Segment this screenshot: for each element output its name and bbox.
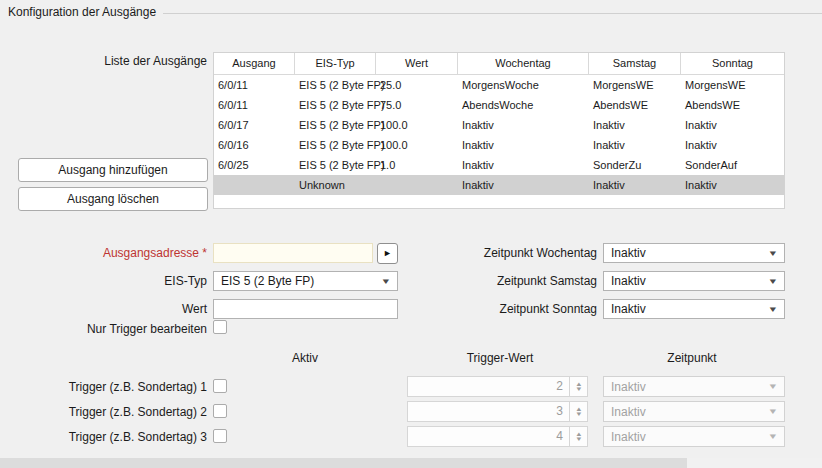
trigger-2-label: Trigger (z.B. Sondertag) 2 — [0, 405, 207, 419]
cell-wert: 25.0 — [376, 75, 458, 95]
output-address-input[interactable] — [213, 243, 373, 263]
cell-wochentag: Inaktiv — [458, 135, 589, 155]
cell-ausgang: 6/0/17 — [214, 115, 295, 135]
trigger-2-zeitpunkt-select: Inaktiv ▼ — [603, 401, 785, 422]
cell-ausgang: 6/0/16 — [214, 135, 295, 155]
trigger-3-label: Trigger (z.B. Sondertag) 3 — [0, 430, 207, 444]
trigger-1-wert-value: 2 — [408, 377, 569, 396]
eis-typ-value: EIS 5 (2 Byte FP) — [221, 274, 314, 288]
zeitpunkt-sonntag-label: Zeitpunkt Sonntag — [380, 302, 597, 316]
trigger-1-wert-spinner[interactable]: 2 ▲▼ — [407, 376, 588, 397]
cell-sonntag: SonderAuf — [681, 155, 784, 175]
trigger-3-checkbox[interactable] — [213, 429, 227, 443]
eis-typ-select[interactable]: EIS 5 (2 Byte FP) ▼ — [213, 271, 398, 291]
cell-wert: 75.0 — [376, 95, 458, 115]
chevron-down-icon: ▼ — [768, 277, 779, 286]
group-title: Konfiguration der Ausgänge — [8, 5, 156, 19]
scrollbar-thumb[interactable] — [0, 458, 687, 468]
spinner-updown-icon[interactable]: ▲▼ — [569, 377, 587, 396]
cell-samstag: Inaktiv — [589, 115, 681, 135]
trigger-1-zeitpunkt-select: Inaktiv ▼ — [603, 376, 785, 397]
cell-samstag: SonderZu — [589, 155, 681, 175]
cell-ausgang: 6/0/25 — [214, 155, 295, 175]
zeitpunkt-samstag-label: Zeitpunkt Samstag — [380, 274, 597, 288]
column-header-sonntag[interactable]: Sonntag — [681, 53, 784, 74]
cell-wochentag: MorgensWoche — [458, 75, 589, 95]
cell-ausgang: 6/0/11 — [214, 75, 295, 95]
cell-sonntag: AbendsWE — [681, 95, 784, 115]
trigger-1-zeitpunkt-value: Inaktiv — [611, 380, 646, 394]
cell-sonntag: Inaktiv — [681, 175, 784, 195]
trigger-2-zeitpunkt-value: Inaktiv — [611, 405, 646, 419]
cell-eis-typ: Unknown — [295, 175, 376, 195]
column-header-ausgang[interactable]: Ausgang — [214, 53, 295, 74]
nur-trigger-checkbox[interactable] — [213, 320, 227, 334]
trigger-3-wert-value: 4 — [408, 427, 569, 446]
cell-samstag: MorgensWE — [589, 75, 681, 95]
table-row[interactable]: 6/0/11 EIS 5 (2 Byte FP) 75.0 AbendsWoch… — [214, 95, 784, 115]
cell-eis-typ: EIS 5 (2 Byte FP) — [295, 115, 376, 135]
delete-output-button[interactable]: Ausgang löschen — [18, 187, 208, 211]
cell-sonntag: Inaktiv — [681, 115, 784, 135]
cell-wert: 100.0 — [376, 135, 458, 155]
cell-samstag: Inaktiv — [589, 175, 681, 195]
trigger-header-trigger-wert: Trigger-Wert — [450, 351, 550, 365]
zeitpunkt-sonntag-value: Inaktiv — [611, 302, 646, 316]
cell-wert: 1.0 — [376, 155, 458, 175]
column-header-wochentag[interactable]: Wochentag — [458, 53, 589, 74]
cell-wochentag: Inaktiv — [458, 175, 589, 195]
chevron-down-icon: ▼ — [768, 305, 779, 314]
zeitpunkt-wochentag-label: Zeitpunkt Wochentag — [380, 246, 597, 260]
column-header-wert[interactable]: Wert — [376, 53, 458, 74]
output-table-header: Ausgang EIS-Typ Wert Wochentag Samstag S… — [214, 53, 784, 75]
nur-trigger-label: Nur Trigger bearbeiten — [0, 322, 207, 336]
add-output-button[interactable]: Ausgang hinzufügen — [18, 158, 208, 182]
spinner-updown-icon[interactable]: ▲▼ — [569, 402, 587, 421]
cell-sonntag: MorgensWE — [681, 75, 784, 95]
output-table: Ausgang EIS-Typ Wert Wochentag Samstag S… — [213, 52, 785, 209]
table-row-selected[interactable]: Unknown Inaktiv Inaktiv Inaktiv — [214, 175, 784, 195]
cell-wochentag: AbendsWoche — [458, 95, 589, 115]
wert-input[interactable] — [213, 299, 398, 319]
zeitpunkt-wochentag-value: Inaktiv — [611, 246, 646, 260]
zeitpunkt-samstag-value: Inaktiv — [611, 274, 646, 288]
column-header-eis-typ[interactable]: EIS-Typ — [295, 53, 376, 74]
zeitpunkt-samstag-select[interactable]: Inaktiv ▼ — [603, 271, 785, 291]
column-header-samstag[interactable]: Samstag — [589, 53, 681, 74]
cell-wochentag: Inaktiv — [458, 115, 589, 135]
trigger-3-zeitpunkt-value: Inaktiv — [611, 430, 646, 444]
cell-wochentag: Inaktiv — [458, 155, 589, 175]
eis-typ-label: EIS-Typ — [0, 274, 207, 288]
configuration-panel: Konfiguration der Ausgänge Liste der Aus… — [0, 0, 822, 468]
horizontal-scrollbar[interactable] — [0, 458, 822, 468]
zeitpunkt-sonntag-select[interactable]: Inaktiv ▼ — [603, 299, 785, 319]
trigger-2-checkbox[interactable] — [213, 404, 227, 418]
chevron-down-icon: ▼ — [768, 249, 779, 258]
spinner-updown-icon[interactable]: ▲▼ — [569, 427, 587, 446]
cell-eis-typ: EIS 5 (2 Byte FP) — [295, 95, 376, 115]
cell-wert: 100.0 — [376, 115, 458, 135]
trigger-2-wert-spinner[interactable]: 3 ▲▼ — [407, 401, 588, 422]
cell-ausgang — [214, 175, 295, 195]
trigger-header-zeitpunkt: Zeitpunkt — [642, 351, 742, 365]
trigger-3-wert-spinner[interactable]: 4 ▲▼ — [407, 426, 588, 447]
wert-label: Wert — [0, 302, 207, 316]
trigger-1-checkbox[interactable] — [213, 379, 227, 393]
cell-eis-typ: EIS 5 (2 Byte FP) — [295, 75, 376, 95]
trigger-3-zeitpunkt-select: Inaktiv ▼ — [603, 426, 785, 447]
table-row[interactable]: 6/0/25 EIS 5 (2 Byte FP) 1.0 Inaktiv Son… — [214, 155, 784, 175]
chevron-down-icon: ▼ — [768, 432, 779, 441]
table-row[interactable]: 6/0/16 EIS 5 (2 Byte FP) 100.0 Inaktiv I… — [214, 135, 784, 155]
table-row[interactable]: 6/0/11 EIS 5 (2 Byte FP) 25.0 MorgensWoc… — [214, 75, 784, 95]
zeitpunkt-wochentag-select[interactable]: Inaktiv ▼ — [603, 243, 785, 263]
trigger-header-aktiv: Aktiv — [255, 351, 355, 365]
group-divider — [163, 13, 822, 14]
cell-sonntag: Inaktiv — [681, 135, 784, 155]
cell-eis-typ: EIS 5 (2 Byte FP) — [295, 155, 376, 175]
cell-wert — [376, 175, 458, 195]
output-list-label: Liste der Ausgänge — [0, 54, 207, 68]
cell-ausgang: 6/0/11 — [214, 95, 295, 115]
output-address-label: Ausgangsadresse * — [0, 246, 207, 260]
table-row[interactable]: 6/0/17 EIS 5 (2 Byte FP) 100.0 Inaktiv I… — [214, 115, 784, 135]
trigger-2-wert-value: 3 — [408, 402, 569, 421]
